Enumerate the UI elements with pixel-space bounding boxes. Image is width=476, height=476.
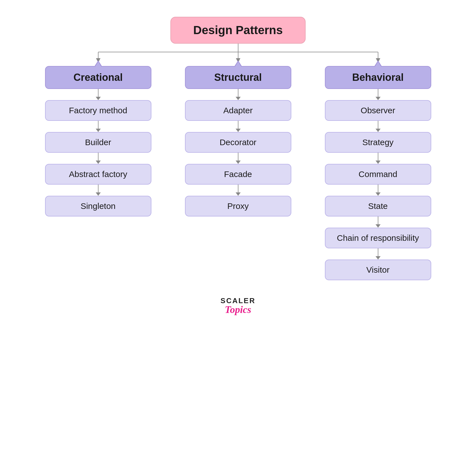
column-behavioral: Behavioral Observer Strategy Command Sta…	[308, 66, 448, 280]
item-behavioral-2: Command	[325, 164, 431, 185]
root-node: Design Patterns	[170, 17, 306, 44]
sep-b4	[376, 216, 381, 228]
root-title: Design Patterns	[193, 23, 283, 37]
branding-scaler: SCALER	[221, 297, 255, 304]
sep-s1	[236, 121, 241, 132]
sep-b0	[376, 89, 381, 100]
item-structural-3: Proxy	[185, 196, 291, 216]
sep-s3	[236, 185, 241, 196]
sep-c2	[96, 153, 101, 164]
header-creational: Creational	[45, 66, 151, 89]
item-behavioral-1: Strategy	[325, 132, 431, 153]
branding-topics: Topics	[225, 304, 251, 315]
diagram-container: Design Patterns Creational Factory metho…	[0, 17, 476, 315]
item-creational-3: Singleton	[45, 196, 151, 216]
branding: SCALER Topics	[221, 297, 255, 315]
sep-c3	[96, 185, 101, 196]
sep-b1	[376, 121, 381, 132]
item-structural-1: Decorator	[185, 132, 291, 153]
sep-s0	[236, 89, 241, 100]
item-creational-1: Builder	[45, 132, 151, 153]
item-behavioral-4: Chain of responsibility	[325, 228, 431, 248]
column-structural: Structural Adapter Decorator Facade Prox…	[168, 66, 308, 216]
sep-c1	[96, 121, 101, 132]
item-creational-0: Factory method	[45, 100, 151, 121]
sep-s2	[236, 153, 241, 164]
sep-b2	[376, 153, 381, 164]
sep-b3	[376, 185, 381, 196]
header-structural: Structural	[185, 66, 291, 89]
item-behavioral-5: Visitor	[325, 260, 431, 280]
item-behavioral-3: State	[325, 196, 431, 216]
column-creational: Creational Factory method Builder Abstra…	[28, 66, 168, 216]
item-creational-2: Abstract factory	[45, 164, 151, 185]
sep-b5	[376, 248, 381, 260]
sep-c0	[96, 89, 101, 100]
categories-row: Creational Factory method Builder Abstra…	[28, 66, 448, 280]
item-behavioral-0: Observer	[325, 100, 431, 121]
item-structural-0: Adapter	[185, 100, 291, 121]
item-structural-2: Facade	[185, 164, 291, 185]
header-behavioral: Behavioral	[325, 66, 431, 89]
